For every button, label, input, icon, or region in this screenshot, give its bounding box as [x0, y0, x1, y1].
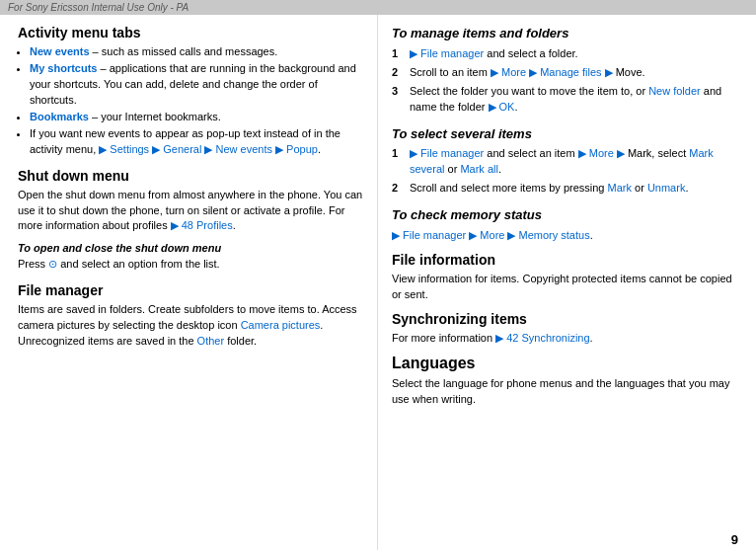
shut-down-description: Open the shut down menu from almost anyw… — [18, 188, 365, 235]
more-link-2: ▶ More ▶ — [578, 147, 625, 159]
camera-pictures-link: Camera pictures — [241, 319, 321, 331]
step-item: 2 Scroll and select more items by pressi… — [392, 181, 738, 197]
select-several-heading: To select several items — [392, 125, 738, 144]
step-item: 1 ▶ File manager and select an item ▶ Mo… — [392, 146, 738, 178]
other-link: Other — [197, 335, 225, 347]
file-information-heading: File information — [392, 252, 738, 268]
step-item: 1 ▶ File manager and select a folder. — [392, 46, 738, 62]
check-memory-heading: To check memory status — [392, 206, 738, 225]
profiles-link: ▶ 48 Profiles — [171, 219, 233, 231]
list-item: New events – such as missed calls and me… — [30, 44, 365, 60]
languages-heading: Languages — [392, 355, 738, 372]
new-events-text: – such as missed calls and messages. — [90, 45, 278, 57]
mark-all-link: Mark all — [460, 163, 498, 175]
open-close-heading: To open and close the shut down menu — [18, 242, 365, 254]
synchronizing-link: ▶ 42 Synchronizing — [495, 332, 589, 344]
list-item: My shortcuts – applications that are run… — [30, 61, 365, 109]
bookmarks-text: – your Internet bookmarks. — [89, 111, 221, 122]
new-events-label: New events — [30, 45, 90, 57]
manage-items-heading: To manage items and folders — [392, 25, 738, 43]
new-folder-link: New folder — [648, 85, 701, 97]
right-column: To manage items and folders 1 ▶ File man… — [378, 15, 756, 550]
shut-down-heading: Shut down menu — [18, 168, 365, 184]
synchronizing-description: For more information ▶ 42 Synchronizing. — [392, 331, 738, 347]
file-manager-step1-link: ▶ File manager — [410, 47, 484, 59]
watermark-text: For Sony Ericsson Internal Use Only - PA — [8, 2, 189, 13]
file-information-description: View information for items. Copyright pr… — [392, 272, 738, 303]
left-column: Activity menu tabs New events – such as … — [0, 15, 378, 550]
activity-menu-heading: Activity menu tabs — [18, 25, 365, 40]
ok-link: ▶ OK — [489, 101, 515, 113]
more-link-1: ▶ More ▶ Manage files ▶ — [491, 66, 613, 78]
step-item: 3 Select the folder you want to move the… — [392, 84, 738, 116]
page-number: 9 — [731, 532, 738, 547]
unmark-link: Unmark — [647, 182, 686, 194]
languages-description: Select the language for phone menus and … — [392, 376, 738, 408]
bookmarks-label: Bookmarks — [30, 111, 89, 122]
list-item: Bookmarks – your Internet bookmarks. — [30, 110, 365, 125]
circle-button: ⊙ — [48, 258, 57, 270]
file-manager-heading: File manager — [18, 282, 365, 298]
general-link: General ▶ New events ▶ Popup — [163, 143, 318, 155]
manage-items-steps: 1 ▶ File manager and select a folder. 2 … — [392, 46, 738, 116]
synchronizing-heading: Synchronizing items — [392, 311, 738, 327]
settings-link: ▶ Settings ▶ — [99, 143, 160, 155]
watermark-bar: For Sony Ericsson Internal Use Only - PA — [0, 0, 756, 15]
activity-menu-list: New events – such as missed calls and me… — [30, 44, 365, 158]
step-item: 2 Scroll to an item ▶ More ▶ Manage file… — [392, 65, 738, 81]
file-manager-step2-link: ▶ File manager — [410, 147, 484, 159]
file-manager-memory-link: ▶ File manager ▶ More ▶ Memory status — [392, 229, 590, 241]
open-close-description: Press ⊙ and select an option from the li… — [18, 257, 365, 273]
file-manager-description: Items are saved in folders. Create subfo… — [18, 302, 365, 350]
my-shortcuts-label: My shortcuts — [30, 62, 97, 74]
popup-text3: . — [318, 143, 321, 155]
mark-link: Mark — [608, 182, 632, 194]
list-item: If you want new events to appear as pop-… — [30, 126, 365, 158]
select-several-steps: 1 ▶ File manager and select an item ▶ Mo… — [392, 146, 738, 197]
check-memory-description: ▶ File manager ▶ More ▶ Memory status. — [392, 228, 738, 244]
